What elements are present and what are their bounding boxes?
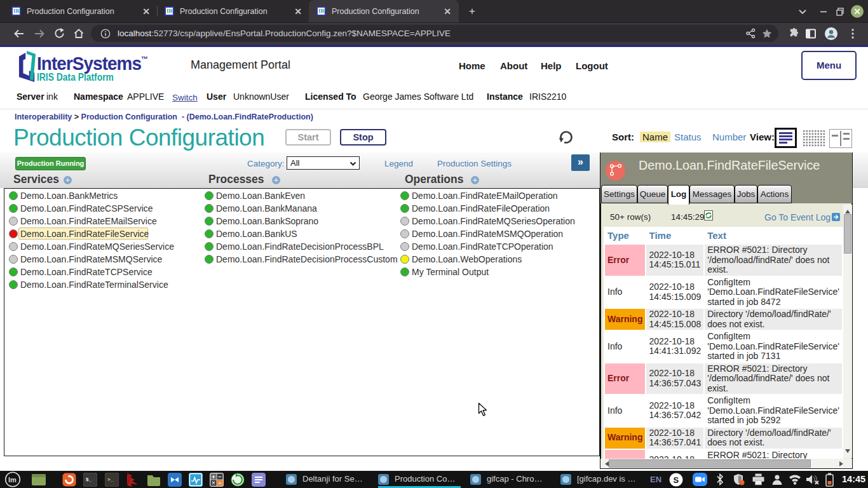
svg-text:$_: $_ — [86, 477, 92, 482]
svg-text:>_: >_ — [107, 477, 114, 482]
svg-text:S: S — [674, 475, 679, 485]
svg-text:lm: lm — [8, 476, 17, 484]
